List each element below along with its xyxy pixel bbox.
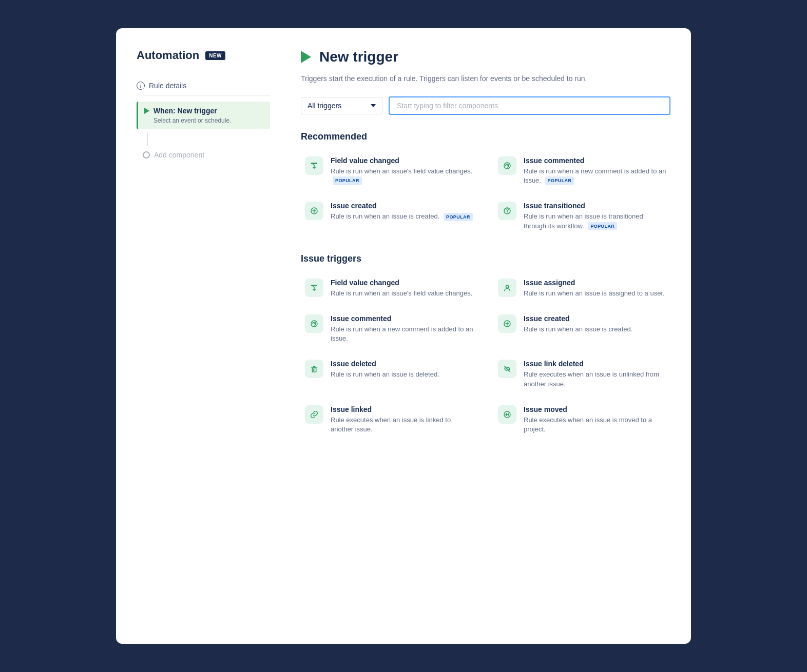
trigger-name: Issue transitioned	[524, 202, 666, 210]
trigger-card-issue-created-recommended[interactable]: Issue created Rule is run when an issue …	[301, 197, 477, 234]
trigger-card-field-value-recommended[interactable]: Field value changed Rule is run when an …	[301, 152, 477, 189]
transition-icon-wrap	[498, 202, 516, 220]
assigned-icon-wrap	[498, 279, 516, 297]
trigger-name: Issue assigned	[524, 279, 665, 287]
trigger-card-issue-linked[interactable]: Issue linked Rule executes when an issue…	[301, 401, 477, 438]
issue-triggers-grid: Field value changed Rule is run when an …	[301, 274, 670, 438]
trigger-name: Issue created	[524, 314, 632, 323]
field-value-icon-wrap	[305, 279, 323, 297]
trigger-desc: Rule is run when an issue is created. PO…	[331, 212, 473, 221]
connector-line	[147, 133, 148, 146]
trigger-name: Issue linked	[331, 405, 473, 413]
trigger-info: Issue created Rule is run when an issue …	[524, 314, 632, 334]
issue-triggers-section: Issue triggers Field value changed Rule …	[301, 253, 670, 438]
comment-icon-2	[310, 319, 319, 328]
trigger-name: Field value changed	[331, 156, 473, 165]
trigger-desc: Rule is run when a new comment is added …	[331, 325, 473, 343]
info-icon: i	[137, 82, 145, 90]
recommended-grid: Field value changed Rule is run when an …	[301, 152, 670, 235]
move-icon	[503, 410, 512, 419]
trash-icon	[310, 364, 319, 373]
circle-icon	[143, 151, 150, 159]
assigned-icon	[503, 283, 512, 292]
trigger-desc: Rule is run when an issue's field value …	[331, 167, 473, 185]
trigger-name: Issue moved	[524, 405, 666, 413]
sidebar-trigger-title: When: New trigger	[153, 107, 217, 115]
trigger-card-issue-moved[interactable]: Issue moved Rule executes when an issue …	[494, 401, 670, 438]
trigger-info: Issue transitioned Rule is run when an i…	[524, 202, 666, 230]
trigger-info: Field value changed Rule is run when an …	[331, 156, 473, 185]
svg-rect-6	[311, 285, 317, 286]
comment-icon	[503, 161, 512, 170]
trigger-info: Issue linked Rule executes when an issue…	[331, 405, 473, 434]
svg-point-9	[314, 323, 315, 324]
sidebar-trigger-item[interactable]: When: New trigger Select an event or sch…	[137, 102, 270, 129]
trash-icon-wrap	[305, 360, 323, 378]
sidebar-add-component[interactable]: Add component	[137, 146, 270, 164]
trigger-info: Issue commented Rule is run when a new c…	[524, 156, 666, 185]
link-icon	[310, 410, 319, 419]
trigger-name: Issue deleted	[331, 360, 439, 368]
trigger-card-issue-link-deleted[interactable]: Issue link deleted Rule executes when an…	[494, 355, 670, 392]
move-icon-wrap	[498, 405, 516, 424]
trigger-card-issue-transitioned-recommended[interactable]: Issue transitioned Rule is run when an i…	[494, 197, 670, 234]
recommended-section-title: Recommended	[301, 131, 670, 142]
trigger-card-issue-deleted[interactable]: Issue deleted Rule is run when an issue …	[301, 355, 477, 392]
triggers-filter-select[interactable]: All triggers Issue triggers Schedule tri…	[301, 97, 382, 114]
link-icon-wrap	[305, 405, 323, 424]
trigger-desc: Rule is run when an issue is deleted.	[331, 370, 439, 379]
transition-icon	[503, 206, 512, 215]
field-value-icon	[310, 161, 319, 170]
popular-badge: POPULAR	[588, 222, 617, 231]
filter-input[interactable]	[389, 96, 670, 115]
comment-icon-wrap-2	[305, 314, 323, 333]
trigger-card-field-value[interactable]: Field value changed Rule is run when an …	[301, 274, 477, 302]
new-badge: NEW	[205, 51, 225, 60]
trigger-card-issue-assigned[interactable]: Issue assigned Rule is run when an issue…	[494, 274, 670, 302]
trigger-desc: Rule executes when an issue is moved to …	[524, 416, 666, 434]
trigger-name: Issue created	[331, 202, 473, 210]
trigger-info: Issue moved Rule executes when an issue …	[524, 405, 666, 434]
trigger-desc: Rule is run when an issue is transitione…	[524, 212, 666, 230]
unlink-icon-wrap	[498, 360, 516, 378]
trigger-info: Issue created Rule is run when an issue …	[331, 202, 473, 221]
sidebar-trigger-subtitle: Select an event or schedule.	[153, 117, 264, 124]
main-description: Triggers start the execution of a rule. …	[301, 73, 670, 84]
issue-triggers-section-title: Issue triggers	[301, 253, 670, 264]
add-component-label: Add component	[154, 151, 204, 159]
main-title: New trigger	[319, 49, 398, 65]
trigger-info: Issue assigned Rule is run when an issue…	[524, 279, 665, 298]
plus-icon-2	[503, 319, 512, 328]
field-value-icon-wrap	[305, 156, 323, 175]
sidebar: Automation NEW i Rule details When: New …	[137, 49, 280, 623]
filter-row: All triggers Issue triggers Schedule tri…	[301, 96, 670, 115]
sidebar-trigger-item-header: When: New trigger	[144, 107, 264, 115]
svg-rect-0	[311, 163, 317, 164]
trigger-name: Issue link deleted	[524, 360, 666, 368]
trigger-info: Issue deleted Rule is run when an issue …	[331, 360, 439, 379]
popular-badge: POPULAR	[545, 176, 574, 185]
sidebar-title: Automation	[137, 49, 199, 62]
trigger-card-issue-commented-recommended[interactable]: Issue commented Rule is run when a new c…	[494, 152, 670, 189]
main-header: New trigger	[301, 49, 670, 65]
trigger-info: Issue commented Rule is run when a new c…	[331, 314, 473, 343]
trigger-info: Field value changed Rule is run when an …	[331, 279, 472, 298]
trigger-name: Issue commented	[331, 314, 473, 323]
trigger-desc: Rule executes when an issue is unlinked …	[524, 370, 666, 388]
trigger-card-issue-commented[interactable]: Issue commented Rule is run when a new c…	[301, 310, 477, 347]
svg-point-5	[507, 212, 508, 213]
trigger-desc: Rule is run when an issue is created.	[524, 325, 632, 334]
svg-point-2	[507, 165, 508, 166]
comment-icon-wrap	[498, 156, 516, 175]
trigger-card-issue-created[interactable]: Issue created Rule is run when an issue …	[494, 310, 670, 347]
trigger-desc: Rule is run when an issue's field value …	[331, 289, 472, 298]
sidebar-rule-details[interactable]: i Rule details	[137, 76, 270, 95]
unlink-icon	[503, 364, 512, 373]
popular-badge: POPULAR	[333, 176, 362, 185]
svg-point-7	[506, 285, 508, 288]
rule-details-label: Rule details	[149, 82, 186, 90]
recommended-section: Recommended Field value changed Rule is …	[301, 131, 670, 235]
trigger-info: Issue link deleted Rule executes when an…	[524, 360, 666, 388]
popular-badge: POPULAR	[444, 213, 473, 222]
play-icon	[144, 108, 149, 114]
